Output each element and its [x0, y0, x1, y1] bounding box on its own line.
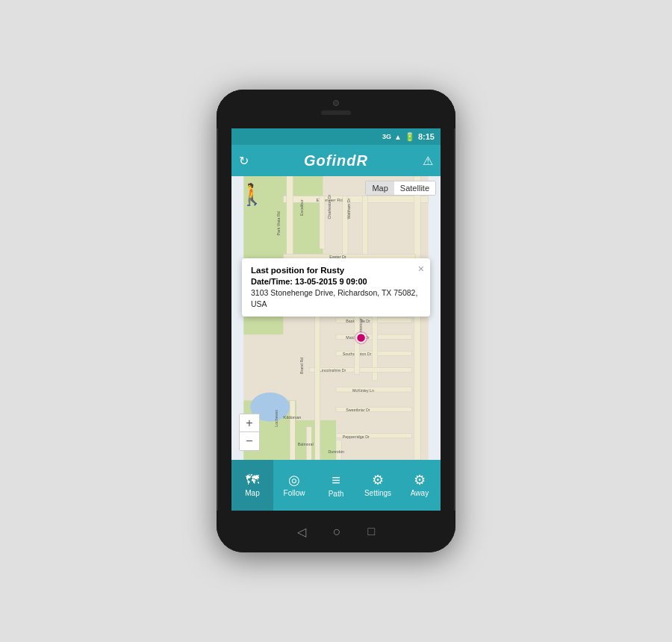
- map-type-selector[interactable]: Map Satellite: [365, 181, 436, 196]
- phone-bottom-bezel: ◁ ○ □: [217, 511, 455, 552]
- settings-nav-icon: ⚙: [372, 473, 384, 487]
- away-nav-icon: ⚙: [414, 473, 426, 487]
- map-nav-icon: 🗺: [246, 473, 259, 487]
- street-view-pegman[interactable]: 🚶: [239, 182, 265, 207]
- phone-device: 3G ▲ 🔋 8:15 ↻ GofindR ⚠: [217, 90, 455, 552]
- svg-rect-38: [315, 308, 320, 460]
- zoom-in-button[interactable]: +: [240, 414, 259, 432]
- bottom-navigation: 🗺 Map ◎ Follow ≡ Path ⚙ Settings ⚙ Away: [231, 460, 441, 511]
- svg-text:Pepperridge Dr: Pepperridge Dr: [343, 434, 370, 439]
- earpiece-speaker: [321, 110, 351, 115]
- zoom-controls: + −: [239, 414, 260, 451]
- away-nav-label: Away: [411, 489, 429, 497]
- svg-text:Charleston Dr: Charleston Dr: [327, 195, 332, 219]
- time-display: 8:15: [418, 132, 435, 141]
- svg-rect-40: [290, 400, 295, 460]
- battery-icon: 🔋: [405, 132, 415, 142]
- front-camera: [333, 100, 339, 106]
- settings-nav-label: Settings: [364, 489, 391, 497]
- svg-rect-6: [283, 196, 428, 203]
- status-icons: 3G ▲ 🔋 8:15: [382, 132, 435, 142]
- svg-rect-10: [320, 196, 325, 249]
- svg-text:McKinley Ln: McKinley Ln: [352, 388, 374, 393]
- app-title: GofindR: [304, 152, 368, 169]
- phone-screen: 3G ▲ 🔋 8:15 ↻ GofindR ⚠: [231, 128, 441, 511]
- svg-rect-14: [362, 196, 367, 256]
- follow-nav-icon: ◎: [288, 473, 300, 487]
- map-type-satellite-button[interactable]: Satellite: [394, 181, 435, 195]
- phone-top-bezel: [217, 90, 455, 128]
- alert-button[interactable]: ⚠: [423, 154, 433, 168]
- svg-point-49: [356, 333, 365, 342]
- nav-item-follow[interactable]: ◎ Follow: [273, 460, 315, 511]
- svg-text:Locheven: Locheven: [274, 410, 279, 427]
- map-type-map-button[interactable]: Map: [366, 181, 393, 195]
- popup-close-button[interactable]: ×: [418, 263, 424, 275]
- path-nav-icon: ≡: [332, 473, 340, 487]
- map-area[interactable]: E Renner Rd Park Vista Rd Excalibur Char…: [231, 176, 441, 460]
- svg-text:Excalibur: Excalibur: [299, 199, 304, 216]
- popup-title: Last position for Rusty: [251, 266, 421, 275]
- status-bar: 3G ▲ 🔋 8:15: [231, 128, 441, 145]
- nav-item-map[interactable]: 🗺 Map: [231, 460, 273, 511]
- follow-nav-label: Follow: [284, 489, 305, 497]
- svg-text:Waltham Dr: Waltham Dr: [346, 198, 351, 219]
- svg-text:Kildonan: Kildonan: [283, 414, 302, 420]
- nav-item-settings[interactable]: ⚙ Settings: [357, 460, 399, 511]
- zoom-out-button[interactable]: −: [240, 432, 259, 450]
- svg-text:Brand Rd: Brand Rd: [299, 358, 304, 374]
- popup-datetime: Date/Time: 13-05-2015 9 09:00: [251, 277, 421, 286]
- svg-text:Dunrobin: Dunrobin: [328, 449, 344, 454]
- svg-text:Park Vista Rd: Park Vista Rd: [276, 211, 281, 235]
- nav-item-path[interactable]: ≡ Path: [315, 460, 357, 511]
- home-button[interactable]: ○: [333, 524, 341, 540]
- app-header: ↻ GofindR ⚠: [231, 145, 441, 176]
- signal-indicator: 3G: [382, 133, 391, 140]
- back-button[interactable]: ◁: [297, 525, 306, 539]
- signal-bars: ▲: [394, 133, 402, 141]
- map-nav-label: Map: [245, 489, 259, 497]
- svg-rect-16: [414, 176, 420, 460]
- path-nav-label: Path: [329, 490, 344, 498]
- svg-text:Lincolnshire Dr: Lincolnshire Dr: [320, 368, 346, 373]
- svg-text:Balmoral: Balmoral: [298, 442, 314, 446]
- recents-button[interactable]: □: [368, 525, 376, 538]
- nav-item-away[interactable]: ⚙ Away: [399, 460, 441, 511]
- popup-address: 3103 Stonehenge Drive, Richardson, TX 75…: [251, 287, 421, 309]
- svg-text:Sweetbriar Dr: Sweetbriar Dr: [346, 408, 370, 412]
- refresh-button[interactable]: ↻: [239, 154, 249, 168]
- location-info-popup: × Last position for Rusty Date/Time: 13-…: [242, 258, 430, 317]
- map-background: E Renner Rd Park Vista Rd Excalibur Char…: [231, 176, 441, 460]
